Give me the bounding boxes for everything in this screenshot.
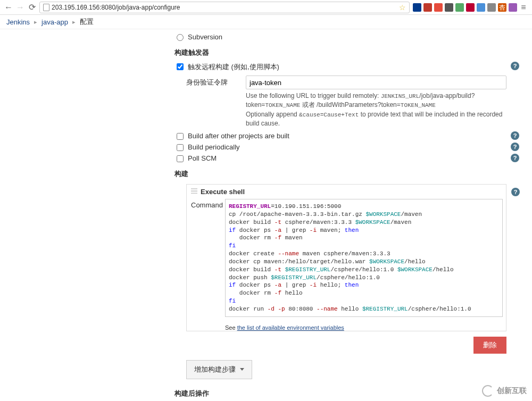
token-input[interactable] xyxy=(246,76,506,89)
breadcrumb-root[interactable]: Jenkins xyxy=(6,18,30,26)
execute-shell-block: ? Execute shell Command REGISTRY_URL=10.… xyxy=(186,184,506,331)
trigger-pollscm-row: Poll SCM ? xyxy=(174,153,506,164)
browser-toolbar: ← → ⟳ ☆ 杏 ≡ xyxy=(0,0,532,15)
add-build-step-button[interactable]: 增加构建步骤 xyxy=(186,360,252,379)
trigger-pollscm-checkbox[interactable] xyxy=(177,155,184,162)
ext-icon-7[interactable] xyxy=(477,3,485,12)
breadcrumb-job[interactable]: java-app xyxy=(41,18,68,26)
trigger-remote-label: 触发远程构建 (例如,使用脚本) xyxy=(188,62,506,72)
ext-icon-1[interactable] xyxy=(413,3,421,12)
chevron-down-icon xyxy=(240,368,244,371)
breadcrumb: Jenkins ▸ java-app ▸ 配置 xyxy=(0,15,532,29)
ext-icon-9[interactable]: 杏 xyxy=(498,3,506,12)
add-build-step-label: 增加构建步骤 xyxy=(194,365,236,374)
token-label: 身份验证令牌 xyxy=(186,76,246,87)
config-form: Subversion 构建触发器 触发远程构建 (例如,使用脚本) ? 身份验证… xyxy=(170,29,521,401)
trigger-remote-checkbox[interactable] xyxy=(177,63,184,70)
command-label: Command xyxy=(191,199,225,317)
ext-icon-6[interactable] xyxy=(466,3,475,12)
help-icon[interactable]: ? xyxy=(511,62,519,70)
scm-subversion-row: Subversion xyxy=(174,31,506,43)
trigger-remote-row: 触发远程构建 (例如,使用脚本) ? xyxy=(174,61,506,73)
ext-icon-10[interactable] xyxy=(509,3,517,12)
trigger-after-checkbox[interactable] xyxy=(177,133,184,140)
help-icon[interactable]: ? xyxy=(511,131,519,140)
execute-shell-header: Execute shell xyxy=(187,185,506,199)
forward-button[interactable]: → xyxy=(16,3,24,12)
reload-button[interactable]: ⟳ xyxy=(28,3,36,12)
scm-subversion-label: Subversion xyxy=(188,33,506,41)
trigger-after-label: Build after other projects are built xyxy=(188,132,506,140)
trigger-pollscm-label: Poll SCM xyxy=(188,154,506,162)
token-help-text: Use the following URL to trigger build r… xyxy=(246,91,506,128)
section-build-title: 构建 xyxy=(174,169,506,179)
bookmark-star-icon[interactable]: ☆ xyxy=(399,3,406,12)
env-vars-hint: See the list of available environment va… xyxy=(225,324,506,331)
url-input[interactable] xyxy=(52,4,397,11)
trigger-after-row: Build after other projects are built ? xyxy=(174,130,506,141)
command-textarea[interactable]: REGISTRY_URL=10.190.151.196:5000 cp /roo… xyxy=(225,199,503,317)
token-field-row: 身份验证令牌 Use the following URL to trigger … xyxy=(186,76,506,128)
watermark-logo-icon xyxy=(482,385,494,397)
breadcrumb-sep: ▸ xyxy=(70,19,78,26)
help-icon[interactable]: ? xyxy=(511,154,519,162)
section-triggers-title: 构建触发器 xyxy=(174,48,506,57)
env-vars-link[interactable]: the list of available environment variab… xyxy=(237,324,344,331)
chrome-menu-icon[interactable]: ≡ xyxy=(519,3,528,12)
ext-icon-2[interactable] xyxy=(423,3,432,12)
breadcrumb-sep: ▸ xyxy=(32,19,39,26)
delete-step-button[interactable]: 删除 xyxy=(473,337,506,354)
scm-subversion-radio[interactable] xyxy=(177,34,184,41)
watermark: 创新互联 xyxy=(482,385,527,397)
extension-icons: 杏 ≡ xyxy=(413,3,528,12)
page-icon xyxy=(43,4,49,11)
trigger-periodic-row: Build periodically ? xyxy=(174,141,506,153)
ext-icon-5[interactable] xyxy=(455,3,464,12)
address-bar[interactable]: ☆ xyxy=(39,2,410,13)
ext-icon-4[interactable] xyxy=(445,3,453,12)
trigger-periodic-label: Build periodically xyxy=(188,143,506,151)
back-button[interactable]: ← xyxy=(4,3,13,12)
execute-shell-title: Execute shell xyxy=(201,188,245,196)
drag-handle-icon[interactable] xyxy=(191,188,197,195)
ext-icon-8[interactable] xyxy=(487,3,496,12)
watermark-text: 创新互联 xyxy=(497,386,527,396)
breadcrumb-page: 配置 xyxy=(80,17,94,27)
ext-icon-3[interactable] xyxy=(434,3,443,12)
section-postbuild-title: 构建后操作 xyxy=(174,389,506,398)
help-icon[interactable]: ? xyxy=(511,188,520,196)
trigger-periodic-checkbox[interactable] xyxy=(177,144,184,151)
help-icon[interactable]: ? xyxy=(511,143,519,151)
